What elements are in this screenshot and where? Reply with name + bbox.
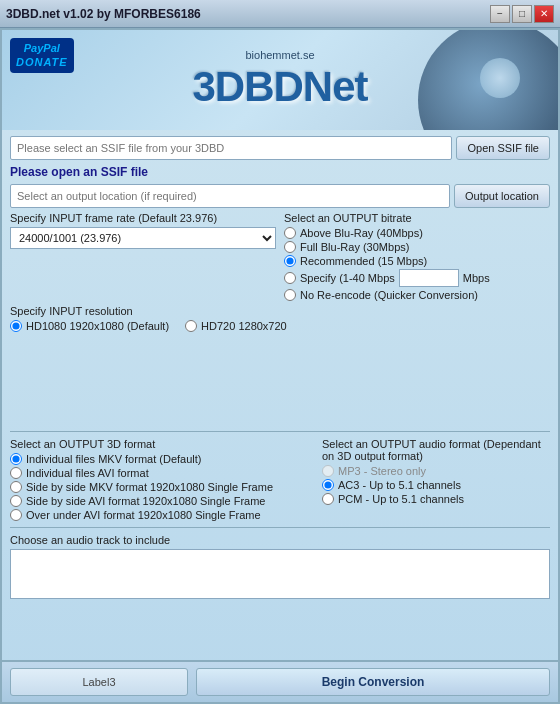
bitrate-full-item[interactable]: Full Blu-Ray (30Mbps) — [284, 241, 550, 253]
resolution-hd1080-item[interactable]: HD1080 1920x1080 (Default) — [10, 320, 169, 332]
bitrate-radio-group: Above Blu-Ray (40Mbps) Full Blu-Ray (30M… — [284, 227, 550, 301]
divider-2 — [10, 527, 550, 528]
bitrate-recommended-radio[interactable] — [284, 255, 296, 267]
framerate-col: Specify INPUT frame rate (Default 23.976… — [10, 212, 276, 301]
format-sbsavi-label: Side by side AVI format 1920x1080 Single… — [26, 495, 266, 507]
format-avi-label: Individual files AVI format — [26, 467, 149, 479]
open-ssif-button[interactable]: Open SSIF file — [456, 136, 550, 160]
ssif-row: Open SSIF file — [10, 136, 550, 160]
bitrate-recommended-label: Recommended (15 Mbps) — [300, 255, 427, 267]
resolution-hd1080-label: HD1080 1920x1080 (Default) — [26, 320, 169, 332]
paypal-donate-button[interactable]: PayPal DONATE — [10, 38, 74, 73]
bitrate-specify-label: Specify (1-40 Mbps — [300, 272, 395, 284]
site-name: biohemmet.se — [192, 49, 367, 61]
audio-format-radio-group: MP3 - Stereo only AC3 - Up to 5.1 channe… — [322, 465, 550, 505]
format-avi-item[interactable]: Individual files AVI format — [10, 467, 314, 479]
audio-track-listbox[interactable] — [10, 549, 550, 599]
audio-mp3-label: MP3 - Stereo only — [338, 465, 426, 477]
disc-inner — [480, 58, 520, 98]
audio-pcm-label: PCM - Up to 5.1 channels — [338, 493, 464, 505]
audio-track-label: Choose an audio track to include — [10, 534, 550, 546]
output-location-button[interactable]: Output location — [454, 184, 550, 208]
close-button[interactable]: ✕ — [534, 5, 554, 23]
format-ouavi-radio[interactable] — [10, 509, 22, 521]
framerate-bitrate-section: Specify INPUT frame rate (Default 23.976… — [10, 212, 550, 301]
resolution-label: Specify INPUT resolution — [10, 305, 550, 317]
format-sbsavi-item[interactable]: Side by side AVI format 1920x1080 Single… — [10, 495, 314, 507]
output-format-label: Select an OUTPUT 3D format — [10, 438, 314, 450]
minimize-button[interactable]: − — [490, 5, 510, 23]
bitrate-specify-radio[interactable] — [284, 272, 296, 284]
status-text: Please open an SSIF file — [10, 164, 550, 180]
logo-container: biohemmet.se 3DBDNet — [192, 49, 367, 111]
audio-pcm-radio[interactable] — [322, 493, 334, 505]
bitrate-noreenc-radio[interactable] — [284, 289, 296, 301]
bitrate-col: Select an OUTPUT bitrate Above Blu-Ray (… — [284, 212, 550, 301]
resolution-hd1080-radio[interactable] — [10, 320, 22, 332]
format-ouavi-label: Over under AVI format 1920x1080 Single F… — [26, 509, 261, 521]
audio-track-section: Choose an audio track to include — [10, 534, 550, 654]
resolution-hd720-label: HD720 1280x720 — [201, 320, 287, 332]
ssif-file-input[interactable] — [10, 136, 452, 160]
format-audio-section: Select an OUTPUT 3D format Individual fi… — [10, 438, 550, 521]
bottom-label: Label3 — [10, 668, 188, 696]
bitrate-full-radio[interactable] — [284, 241, 296, 253]
format-sbsmkv-radio[interactable] — [10, 481, 22, 493]
title-bar-text: 3DBD.net v1.02 by MFORBES6186 — [6, 7, 201, 21]
format-mkv-radio[interactable] — [10, 453, 22, 465]
paypal-label: DONATE — [16, 55, 68, 69]
main-window: PayPal DONATE biohemmet.se 3DBDNet Open … — [0, 28, 560, 704]
title-bar-buttons: − □ ✕ — [490, 5, 554, 23]
title-bar: 3DBD.net v1.02 by MFORBES6186 − □ ✕ — [0, 0, 560, 28]
format-avi-radio[interactable] — [10, 467, 22, 479]
format-sbsmkv-label: Side by side MKV format 1920x1080 Single… — [26, 481, 273, 493]
header: PayPal DONATE biohemmet.se 3DBDNet — [2, 30, 558, 130]
content-area: Open SSIF file Please open an SSIF file … — [2, 130, 558, 660]
audio-mp3-item[interactable]: MP3 - Stereo only — [322, 465, 550, 477]
resolution-hd720-radio[interactable] — [185, 320, 197, 332]
bitrate-noreenc-item[interactable]: No Re-encode (Quicker Conversion) — [284, 289, 550, 301]
audio-format-label: Select an OUTPUT audio format (Dependant… — [322, 438, 550, 462]
maximize-button[interactable]: □ — [512, 5, 532, 23]
bitrate-specify-input[interactable] — [399, 269, 459, 287]
paypal-brand: PayPal — [16, 41, 68, 55]
audio-format-col: Select an OUTPUT audio format (Dependant… — [322, 438, 550, 521]
output-format-radio-group: Individual files MKV format (Default) In… — [10, 453, 314, 521]
audio-ac3-radio[interactable] — [322, 479, 334, 491]
bitrate-full-label: Full Blu-Ray (30Mbps) — [300, 241, 409, 253]
output-format-col: Select an OUTPUT 3D format Individual fi… — [10, 438, 314, 521]
resolution-radio-group: HD1080 1920x1080 (Default) HD720 1280x72… — [10, 320, 550, 332]
format-sbsmkv-item[interactable]: Side by side MKV format 1920x1080 Single… — [10, 481, 314, 493]
resolution-section: Specify INPUT resolution HD1080 1920x108… — [10, 305, 550, 425]
bitrate-specify-item[interactable]: Specify (1-40 Mbps Mbps — [284, 269, 550, 287]
bitrate-recommended-item[interactable]: Recommended (15 Mbps) — [284, 255, 550, 267]
audio-mp3-radio[interactable] — [322, 465, 334, 477]
bitrate-above-radio[interactable] — [284, 227, 296, 239]
bitrate-above-label: Above Blu-Ray (40Mbps) — [300, 227, 423, 239]
framerate-label: Specify INPUT frame rate (Default 23.976… — [10, 212, 276, 224]
bitrate-label: Select an OUTPUT bitrate — [284, 212, 550, 224]
audio-ac3-label: AC3 - Up to 5.1 channels — [338, 479, 461, 491]
output-location-input[interactable] — [10, 184, 450, 208]
begin-conversion-button[interactable]: Begin Conversion — [196, 668, 550, 696]
framerate-select[interactable]: 24000/1001 (23.976) 25 30000/1001 (29.97… — [10, 227, 276, 249]
mbps-label: Mbps — [463, 272, 490, 284]
bottom-bar: Label3 Begin Conversion — [2, 660, 558, 702]
audio-pcm-item[interactable]: PCM - Up to 5.1 channels — [322, 493, 550, 505]
format-mkv-label: Individual files MKV format (Default) — [26, 453, 201, 465]
format-sbsavi-radio[interactable] — [10, 495, 22, 507]
divider-1 — [10, 431, 550, 432]
app-logo: 3DBDNet — [192, 63, 367, 111]
bitrate-noreenc-label: No Re-encode (Quicker Conversion) — [300, 289, 478, 301]
bitrate-above-item[interactable]: Above Blu-Ray (40Mbps) — [284, 227, 550, 239]
output-row: Output location — [10, 184, 550, 208]
format-mkv-item[interactable]: Individual files MKV format (Default) — [10, 453, 314, 465]
audio-ac3-item[interactable]: AC3 - Up to 5.1 channels — [322, 479, 550, 491]
format-ouavi-item[interactable]: Over under AVI format 1920x1080 Single F… — [10, 509, 314, 521]
resolution-hd720-item[interactable]: HD720 1280x720 — [185, 320, 287, 332]
